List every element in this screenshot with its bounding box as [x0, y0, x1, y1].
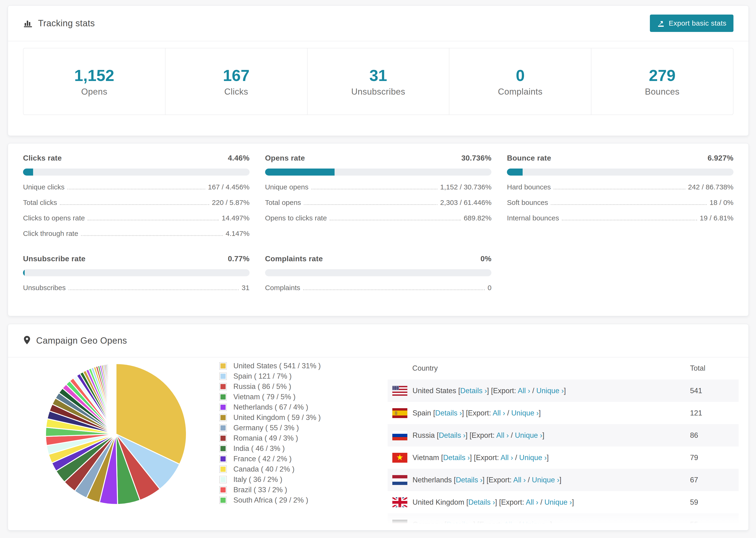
legend-swatch-icon [219, 486, 227, 494]
flag-vietnam-icon [392, 453, 407, 463]
geo-pie-wrap [43, 361, 189, 507]
rate-value: 6.927% [708, 154, 733, 162]
legend-label: Brazil ( 33 / 2% ) [233, 486, 287, 494]
rate-block-opens-rate: Opens rate 30.736% Unique opens 1,152 / … [265, 154, 492, 222]
stat-card-opens: 1,152 Opens [24, 48, 166, 115]
details-link[interactable]: Details › [456, 476, 482, 484]
rate-title: Bounce rate [507, 154, 551, 162]
export-unique-link[interactable]: Unique › [519, 454, 547, 462]
country-cell: Netherlands [Details ›] [Export: All › /… [412, 476, 690, 484]
legend-item-russia: Russia ( 86 / 5% ) [219, 381, 321, 392]
export-unique-link[interactable]: Unique › [515, 431, 542, 439]
details-link[interactable]: Details › [439, 431, 465, 439]
rate-row-value: 0 [488, 284, 492, 292]
stat-card-complaints: 0 Complaints [449, 48, 591, 115]
legend-swatch-icon [219, 424, 227, 432]
export-unique-link[interactable]: Unique › [536, 387, 564, 395]
total-cell: 121 [690, 409, 739, 417]
legend-item-spain: Spain ( 121 / 7% ) [219, 371, 321, 381]
legend-label: South Africa ( 29 / 2% ) [233, 496, 308, 505]
export-unique-link[interactable]: Unique › [544, 498, 572, 506]
dotted-leader [554, 189, 685, 189]
rate-row-label: Complaints [265, 284, 300, 292]
legend-swatch-icon [219, 435, 227, 442]
rate-row-label: Unique clicks [23, 183, 65, 191]
rate-title-row: Bounce rate 6.927% [507, 154, 733, 162]
stat-value: 1,152 [74, 66, 114, 84]
bar-chart-icon [23, 18, 33, 28]
tracking-stats-header: Tracking stats Export basic stats [8, 6, 748, 41]
legend-label: United Kingdom ( 59 / 3% ) [233, 413, 321, 422]
stat-card-clicks: 167 Clicks [166, 48, 307, 115]
details-link[interactable]: Details › [443, 454, 470, 462]
export-all-link[interactable]: All › [496, 431, 509, 439]
geo-table-body: United States [Details ›] [Export: All ›… [388, 380, 739, 530]
stats-row: 1,152 Opens167 Clicks31 Unsubscribes0 Co… [23, 48, 733, 115]
export-unique-link[interactable]: Unique › [523, 520, 550, 529]
export-unique-link[interactable]: Unique › [511, 409, 539, 417]
export-all-link[interactable]: All › [518, 387, 530, 395]
rate-row-value: 242 / 86.738% [688, 183, 734, 191]
legend-item-united-kingdom: United Kingdom ( 59 / 3% ) [219, 412, 321, 423]
export-all-link[interactable]: All › [513, 476, 526, 484]
legend-swatch-icon [219, 476, 227, 483]
total-cell: 59 [690, 498, 739, 507]
stat-label: Opens [81, 87, 108, 97]
details-link[interactable]: Details › [447, 520, 473, 529]
pie-legend: United States ( 541 / 31% ) Spain ( 121 … [219, 361, 321, 506]
legend-item-france: France ( 42 / 2% ) [219, 454, 321, 464]
flag-russia-icon [392, 430, 407, 440]
export-basic-stats-button[interactable]: Export basic stats [650, 15, 733, 32]
legend-swatch-icon [219, 414, 227, 421]
progress-bar-track [265, 269, 492, 276]
rate-row-label: Soft bounces [507, 198, 548, 207]
progress-bar-track [507, 169, 733, 176]
stat-label: Clicks [224, 87, 248, 97]
details-link[interactable]: Details › [460, 387, 487, 395]
flag-germany-icon [392, 520, 407, 529]
rate-row-label: Total opens [265, 198, 301, 207]
legend-label: India ( 46 / 3% ) [233, 444, 285, 453]
flag-spain-icon [392, 408, 407, 418]
export-unique-link[interactable]: Unique › [532, 476, 559, 484]
legend-swatch-icon [219, 383, 227, 390]
export-all-link[interactable]: All › [501, 454, 513, 462]
legend-item-romania: Romania ( 49 / 3% ) [219, 433, 321, 443]
rate-title-row: Complaints rate 0% [265, 254, 492, 263]
rate-row-value: 18 / 0% [710, 198, 733, 207]
legend-label: Netherlands ( 67 / 4% ) [233, 403, 308, 411]
details-link[interactable]: Details › [435, 409, 462, 417]
rate-row-clicks-to-opens-rate: Clicks to opens rate 14.497% [23, 213, 249, 222]
progress-bar-fill [23, 169, 33, 176]
rate-block-bounce-rate: Bounce rate 6.927% Hard bounces 242 / 86… [507, 154, 733, 222]
export-all-link[interactable]: All › [526, 498, 538, 506]
legend-label: Spain ( 121 / 7% ) [233, 372, 292, 381]
rate-row-label: Clicks to opens rate [23, 214, 85, 222]
country-cell: United States [Details ›] [Export: All ›… [412, 387, 690, 395]
rate-title-row: Clicks rate 4.46% [23, 154, 249, 162]
legend-label: Germany ( 55 / 3% ) [233, 424, 299, 432]
rate-row-value: 220 / 5.87% [212, 198, 249, 207]
rates-card: Clicks rate 4.46% Unique clicks 167 / 4.… [8, 143, 749, 316]
rate-title: Complaints rate [265, 254, 323, 263]
country-cell: Germany [Details ›] [Export: All › / Uni… [412, 520, 690, 529]
tracking-stats-card: Tracking stats Export basic stats 1,152 … [8, 5, 749, 136]
rate-block-unsubscribe-rate: Unsubscribe rate 0.77% Unsubscribes 31 [23, 254, 249, 292]
total-cell: 86 [690, 431, 739, 440]
legend-label: Romania ( 49 / 3% ) [233, 434, 298, 443]
stat-value: 167 [223, 66, 249, 84]
export-all-link[interactable]: All › [504, 520, 516, 529]
rate-value: 4.46% [228, 154, 249, 162]
stat-value: 0 [516, 66, 525, 84]
details-link[interactable]: Details › [468, 498, 495, 506]
progress-bar-track [23, 269, 249, 276]
stat-card-unsubscribes: 31 Unsubscribes [307, 48, 450, 115]
legend-item-italy: Italy ( 36 / 2% ) [219, 474, 321, 485]
export-all-link[interactable]: All › [493, 409, 505, 417]
rates-grid: Clicks rate 4.46% Unique clicks 167 / 4.… [8, 143, 748, 292]
dotted-leader [303, 290, 485, 290]
rate-row-value: 1,152 / 30.736% [440, 183, 492, 191]
legend-item-brazil: Brazil ( 33 / 2% ) [219, 485, 321, 495]
pie-slice[interactable] [116, 364, 116, 434]
rate-value: 0% [480, 254, 491, 263]
